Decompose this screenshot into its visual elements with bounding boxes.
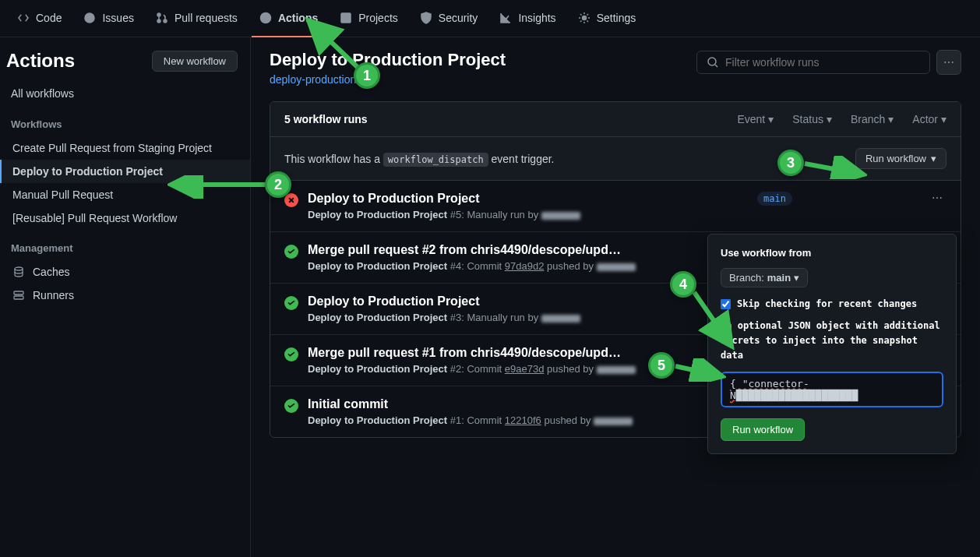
run-title: Initial commit xyxy=(308,397,627,411)
annotation-4: 4 xyxy=(670,271,696,298)
caret-down-icon: ▾ xyxy=(888,113,894,125)
nav-code-label: Code xyxy=(36,12,62,24)
sidebar-workflow-deploy-production[interactable]: Deploy to Production Project xyxy=(0,160,250,183)
graph-icon xyxy=(499,12,512,24)
run-workflow-submit-button[interactable]: Run workflow xyxy=(721,418,805,441)
sidebar-title: Actions xyxy=(6,50,75,72)
nav-security-label: Security xyxy=(439,12,478,24)
workflow-more-button[interactable]: ⋯ xyxy=(936,50,961,75)
run-title: Deploy to Production Project xyxy=(308,294,627,308)
sidebar-section-management: Management xyxy=(0,230,250,260)
code-icon xyxy=(17,12,30,24)
workflow-content: Deploy to Production Project deploy-prod… xyxy=(251,37,980,557)
sidebar-caches[interactable]: Caches xyxy=(0,260,250,284)
dispatch-row: This workflow has a workflow_dispatch ev… xyxy=(270,137,961,181)
run-workflow-popover: Use workflow from Branch: main ▾ Skip ch… xyxy=(707,234,957,454)
check-circle-icon xyxy=(284,245,298,259)
git-pull-request-icon xyxy=(156,12,168,24)
run-subtitle: Deploy to Production Project #2: Commit … xyxy=(308,363,748,375)
sidebar-all-workflows[interactable]: All workflows xyxy=(0,81,250,106)
issue-icon xyxy=(83,12,96,24)
database-icon xyxy=(12,266,25,278)
skip-checking-label: Skip checking for recent changes xyxy=(737,298,917,309)
branch-label[interactable]: main xyxy=(757,192,792,206)
caret-down-icon: ▾ xyxy=(931,153,936,164)
svg-point-11 xyxy=(708,58,716,65)
nav-actions[interactable]: Actions xyxy=(252,0,326,37)
actions-sidebar: Actions New workflow All workflows Workf… xyxy=(0,37,251,557)
annotation-1: 1 xyxy=(354,62,380,89)
run-subtitle: Deploy to Production Project #1: Commit … xyxy=(308,414,748,426)
x-circle-icon xyxy=(284,193,298,207)
check-circle-icon xyxy=(284,399,298,413)
search-icon xyxy=(707,56,719,69)
filter-event[interactable]: Event▾ xyxy=(737,113,774,125)
branch-select[interactable]: Branch: main ▾ xyxy=(721,268,808,287)
svg-point-3 xyxy=(157,19,160,23)
gear-icon xyxy=(578,12,590,24)
nav-issues[interactable]: Issues xyxy=(76,0,141,37)
nav-pulls-label: Pull requests xyxy=(174,12,238,24)
popover-title: Use workflow from xyxy=(721,247,943,259)
run-title: Deploy to Production Project xyxy=(308,192,627,206)
table-icon xyxy=(340,12,352,24)
skip-checking-checkbox[interactable] xyxy=(721,299,731,309)
svg-point-7 xyxy=(582,16,586,19)
nav-insights[interactable]: Insights xyxy=(492,0,563,37)
json-field-label: An optional JSON object with additional … xyxy=(721,319,943,364)
annotation-5: 5 xyxy=(648,352,675,379)
repo-nav: Code Issues Pull requests Actions Projec… xyxy=(0,0,980,37)
new-workflow-button[interactable]: New workflow xyxy=(152,51,238,72)
nav-settings-label: Settings xyxy=(597,12,636,24)
svg-rect-10 xyxy=(14,296,23,299)
filter-branch[interactable]: Branch▾ xyxy=(851,113,894,125)
svg-point-4 xyxy=(164,19,167,23)
annotation-2: 2 xyxy=(265,171,291,198)
filter-input-wrap[interactable] xyxy=(696,51,930,74)
run-workflow-dropdown-button[interactable]: Run workflow ▾ xyxy=(855,148,947,169)
server-icon xyxy=(12,289,25,301)
nav-code[interactable]: Code xyxy=(9,0,69,37)
sidebar-workflow-create-pr-staging[interactable]: Create Pull Request from Staging Project xyxy=(0,136,250,160)
play-icon xyxy=(259,12,272,24)
run-subtitle: Deploy to Production Project #5: Manuall… xyxy=(308,209,748,220)
nav-projects-label: Projects xyxy=(358,12,398,24)
filter-actor[interactable]: Actor▾ xyxy=(912,113,947,125)
run-subtitle: Deploy to Production Project #4: Commit … xyxy=(308,260,744,272)
nav-projects[interactable]: Projects xyxy=(332,0,406,37)
kebab-icon: ⋯ xyxy=(943,56,954,69)
annotation-3: 3 xyxy=(777,150,804,176)
nav-actions-label: Actions xyxy=(278,12,318,24)
shield-icon xyxy=(420,12,432,24)
check-circle-icon xyxy=(284,347,298,361)
check-circle-icon xyxy=(284,296,298,310)
caret-down-icon: ▾ xyxy=(768,113,774,125)
nav-pulls[interactable]: Pull requests xyxy=(148,0,245,37)
svg-point-8 xyxy=(15,267,23,270)
svg-point-2 xyxy=(157,13,160,16)
nav-security[interactable]: Security xyxy=(412,0,486,37)
run-title: Merge pull request #2 from chris4490/des… xyxy=(308,243,627,257)
json-secrets-input[interactable]: { "connector-N████████████████████ xyxy=(721,372,943,407)
nav-insights-label: Insights xyxy=(518,12,555,24)
svg-rect-6 xyxy=(341,13,351,23)
sidebar-runners[interactable]: Runners xyxy=(0,284,250,307)
workflow-run-row[interactable]: Deploy to Production Project Deploy to P… xyxy=(270,181,961,232)
run-title: Merge pull request #1 from chris4490/des… xyxy=(308,346,627,360)
caret-down-icon: ▾ xyxy=(941,113,947,125)
run-subtitle: Deploy to Production Project #3: Manuall… xyxy=(308,312,748,323)
skip-checking-checkbox-row[interactable]: Skip checking for recent changes xyxy=(721,298,943,309)
dispatch-code: workflow_dispatch xyxy=(383,153,488,167)
svg-rect-9 xyxy=(14,291,23,294)
sidebar-workflow-manual-pr[interactable]: Manual Pull Request xyxy=(0,183,250,206)
filter-workflow-runs-input[interactable] xyxy=(725,56,920,69)
sidebar-workflow-reusable-pr[interactable]: [Reusable] Pull Request Workflow xyxy=(0,206,250,230)
svg-point-1 xyxy=(88,16,91,19)
dispatch-text-prefix: This workflow has a xyxy=(284,153,383,165)
runs-count: 5 workflow runs xyxy=(284,113,368,125)
workflow-title: Deploy to Production Project xyxy=(270,50,506,70)
caret-down-icon: ▾ xyxy=(794,272,799,284)
run-more-button[interactable]: ⋯ xyxy=(928,192,947,204)
filter-status[interactable]: Status▾ xyxy=(792,113,832,125)
nav-settings[interactable]: Settings xyxy=(570,0,644,37)
